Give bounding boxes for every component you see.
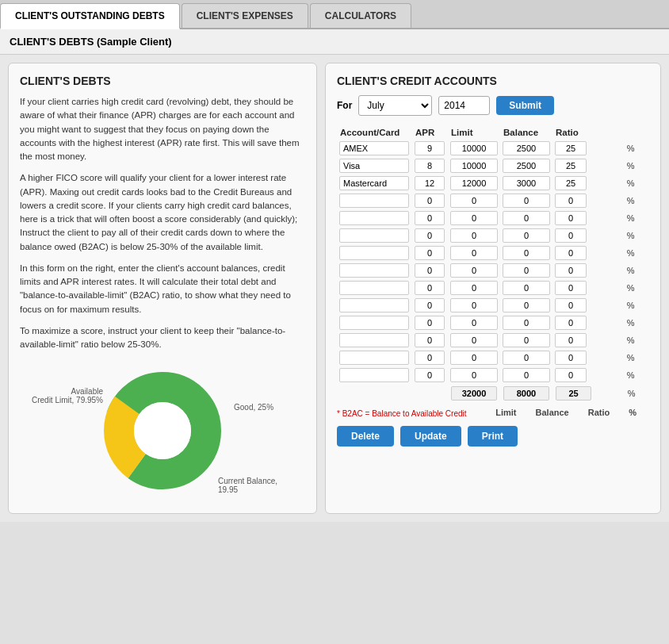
account-balance-0[interactable] bbox=[503, 141, 550, 155]
account-apr-13[interactable] bbox=[415, 368, 445, 382]
account-name-7[interactable] bbox=[339, 263, 409, 278]
delete-button[interactable]: Delete bbox=[337, 426, 394, 447]
legend-good: Good, 25% bbox=[234, 403, 297, 412]
footer-balance-label: Balance bbox=[536, 408, 569, 417]
action-buttons: Delete Update Print bbox=[337, 426, 649, 447]
account-limit-10[interactable] bbox=[450, 316, 498, 330]
account-balance-2[interactable] bbox=[503, 176, 550, 190]
account-limit-3[interactable] bbox=[450, 194, 498, 208]
account-name-3[interactable] bbox=[339, 194, 409, 208]
account-apr-11[interactable] bbox=[415, 333, 445, 347]
account-apr-10[interactable] bbox=[415, 316, 445, 330]
row-pct-2: % bbox=[625, 178, 635, 188]
account-apr-9[interactable] bbox=[415, 298, 445, 312]
tab-calculators[interactable]: CALCULATORS bbox=[310, 3, 411, 28]
row-pct-8: % bbox=[625, 283, 635, 293]
month-select[interactable]: July JanuaryFebruaryMarch AprilMayJune A… bbox=[358, 95, 432, 116]
submit-button[interactable]: Submit bbox=[496, 96, 554, 115]
row-pct-0: % bbox=[625, 144, 635, 153]
total-limit[interactable] bbox=[451, 386, 497, 401]
account-balance-3[interactable] bbox=[503, 194, 550, 208]
page-title: CLIENT'S DEBTS (Sample Client) bbox=[0, 29, 669, 55]
account-limit-11[interactable] bbox=[450, 333, 498, 347]
account-apr-0[interactable] bbox=[415, 141, 445, 155]
account-apr-7[interactable] bbox=[415, 263, 445, 278]
account-ratio-7[interactable] bbox=[555, 263, 587, 278]
account-apr-6[interactable] bbox=[415, 246, 445, 260]
account-limit-2[interactable] bbox=[450, 176, 498, 190]
account-ratio-8[interactable] bbox=[555, 281, 587, 295]
update-button[interactable]: Update bbox=[400, 426, 461, 447]
account-balance-6[interactable] bbox=[503, 246, 550, 260]
account-balance-12[interactable] bbox=[503, 351, 550, 365]
account-name-6[interactable] bbox=[339, 246, 409, 260]
print-button[interactable]: Print bbox=[468, 426, 518, 447]
row-pct-10: % bbox=[625, 318, 635, 328]
account-balance-1[interactable] bbox=[503, 159, 550, 173]
account-apr-5[interactable] bbox=[415, 228, 445, 243]
tab-outstanding-debts[interactable]: CLIENT'S OUTSTANDING DEBTS bbox=[0, 3, 180, 29]
account-limit-0[interactable] bbox=[450, 141, 498, 155]
right-panel: CLIENT'S CREDIT ACCOUNTS For July Januar… bbox=[325, 63, 661, 514]
account-balance-8[interactable] bbox=[503, 281, 550, 295]
account-name-11[interactable] bbox=[339, 333, 409, 347]
account-name-5[interactable] bbox=[339, 228, 409, 243]
account-name-10[interactable] bbox=[339, 316, 409, 330]
account-limit-1[interactable] bbox=[450, 159, 498, 173]
account-ratio-0[interactable] bbox=[555, 141, 587, 155]
account-name-4[interactable] bbox=[339, 211, 409, 225]
account-apr-4[interactable] bbox=[415, 211, 445, 225]
tab-expenses[interactable]: CLIENT'S EXPENSES bbox=[182, 3, 308, 28]
account-apr-12[interactable] bbox=[415, 351, 445, 365]
account-limit-7[interactable] bbox=[450, 263, 498, 278]
account-apr-2[interactable] bbox=[415, 176, 445, 190]
account-balance-10[interactable] bbox=[503, 316, 550, 330]
account-balance-9[interactable] bbox=[503, 298, 550, 312]
account-apr-8[interactable] bbox=[415, 281, 445, 295]
account-ratio-6[interactable] bbox=[555, 246, 587, 260]
account-limit-4[interactable] bbox=[450, 211, 498, 225]
account-name-1[interactable] bbox=[339, 159, 409, 173]
account-limit-6[interactable] bbox=[450, 246, 498, 260]
account-balance-11[interactable] bbox=[503, 333, 550, 347]
account-row-12: % bbox=[337, 349, 649, 366]
total-ratio[interactable] bbox=[556, 386, 591, 401]
account-name-9[interactable] bbox=[339, 298, 409, 312]
col-ratio: Ratio bbox=[552, 125, 649, 140]
account-ratio-3[interactable] bbox=[555, 194, 587, 208]
account-limit-13[interactable] bbox=[450, 368, 498, 382]
account-name-8[interactable] bbox=[339, 281, 409, 295]
col-limit: Limit bbox=[448, 125, 500, 140]
account-row-10: % bbox=[337, 314, 649, 332]
account-apr-3[interactable] bbox=[415, 194, 445, 208]
for-row: For July JanuaryFebruaryMarch AprilMayJu… bbox=[337, 95, 649, 116]
account-ratio-1[interactable] bbox=[555, 159, 587, 173]
account-balance-7[interactable] bbox=[503, 263, 550, 278]
row-pct-12: % bbox=[625, 353, 635, 362]
total-balance[interactable] bbox=[503, 386, 549, 401]
account-limit-8[interactable] bbox=[450, 281, 498, 295]
footer-area: * B2AC = Balance to Available Credit Lim… bbox=[337, 406, 649, 418]
account-limit-5[interactable] bbox=[450, 228, 498, 243]
account-ratio-4[interactable] bbox=[555, 211, 587, 225]
year-input[interactable] bbox=[438, 96, 490, 115]
account-balance-5[interactable] bbox=[503, 228, 550, 243]
account-ratio-12[interactable] bbox=[555, 351, 587, 365]
account-balance-4[interactable] bbox=[503, 211, 550, 225]
account-balance-13[interactable] bbox=[503, 368, 550, 382]
account-name-0[interactable] bbox=[339, 141, 409, 155]
account-limit-12[interactable] bbox=[450, 351, 498, 365]
account-ratio-10[interactable] bbox=[555, 316, 587, 330]
account-row-3: % bbox=[337, 192, 649, 209]
account-ratio-13[interactable] bbox=[555, 368, 587, 382]
account-ratio-9[interactable] bbox=[555, 298, 587, 312]
legend-current: Current Balance, 19.95 bbox=[218, 477, 297, 494]
account-ratio-11[interactable] bbox=[555, 333, 587, 347]
account-apr-1[interactable] bbox=[415, 159, 445, 173]
account-name-12[interactable] bbox=[339, 351, 409, 365]
account-name-2[interactable] bbox=[339, 176, 409, 190]
account-name-13[interactable] bbox=[339, 368, 409, 382]
account-ratio-5[interactable] bbox=[555, 228, 587, 243]
account-limit-9[interactable] bbox=[450, 298, 498, 312]
account-ratio-2[interactable] bbox=[555, 176, 587, 190]
